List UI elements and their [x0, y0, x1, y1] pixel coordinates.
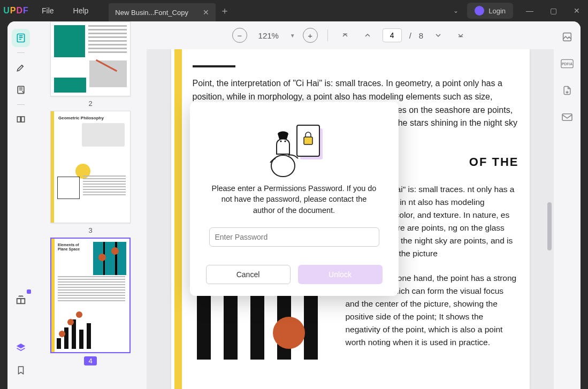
- scrollbar-handle[interactable]: [547, 202, 552, 250]
- svg-rect-5: [563, 33, 571, 41]
- menu-help[interactable]: Help: [64, 6, 98, 15]
- svg-point-14: [284, 140, 286, 142]
- thumbnail-image: Geometric Philosophy: [50, 111, 131, 223]
- tab-add-button[interactable]: ＋: [216, 0, 234, 21]
- app-logo: UPDF: [0, 6, 32, 16]
- dialog-illustration: [201, 118, 388, 178]
- login-button[interactable]: Login: [467, 3, 513, 19]
- tool-gift-icon[interactable]: [12, 291, 30, 309]
- view-toolbar: − 121% ▼ + / 8: [147, 21, 554, 49]
- next-page-button[interactable]: [431, 28, 446, 43]
- thumbnail-number: 4: [84, 356, 96, 365]
- last-page-button[interactable]: [453, 28, 468, 43]
- zoom-out-button[interactable]: −: [232, 28, 247, 43]
- thumbnail-number: 3: [88, 226, 92, 234]
- export-file-icon[interactable]: [559, 82, 575, 98]
- pdfa-icon[interactable]: PDF/A: [559, 56, 575, 72]
- thumbnail-panel[interactable]: 2 Geometric Philosophy 3 Elements of Pla…: [34, 21, 147, 389]
- svg-rect-3: [21, 117, 25, 122]
- svg-rect-8: [562, 114, 572, 121]
- thumbnail-number: 2: [88, 100, 92, 108]
- password-input[interactable]: [209, 227, 379, 247]
- thumbnail-image: Elements of Plane Space: [50, 238, 131, 353]
- dialog-buttons: Cancel Unlock: [201, 265, 388, 284]
- vertical-scrollbar[interactable]: [546, 49, 553, 389]
- tool-reader-icon[interactable]: [12, 29, 30, 47]
- prev-page-button[interactable]: [360, 28, 375, 43]
- tab-document[interactable]: New Busin...Font_Copy ✕: [109, 3, 216, 21]
- window-minimize-button[interactable]: —: [518, 0, 541, 21]
- zoom-in-button[interactable]: +: [303, 28, 318, 43]
- tool-form-icon[interactable]: [12, 81, 30, 99]
- avatar-icon: [475, 6, 484, 16]
- accent-rule: [193, 65, 235, 67]
- tab-close-icon[interactable]: ✕: [203, 8, 209, 17]
- rail-separator: [17, 52, 25, 53]
- toolbar-separator: [327, 29, 328, 41]
- window-maximize-button[interactable]: ▢: [542, 0, 564, 21]
- workspace: 2 Geometric Philosophy 3 Elements of Pla…: [7, 21, 581, 389]
- tabs-overflow-icon[interactable]: ⌄: [446, 7, 466, 14]
- right-tool-rail: PDF/A: [554, 21, 581, 389]
- tool-pages-icon[interactable]: [12, 110, 30, 128]
- page-separator: /: [409, 31, 411, 40]
- svg-rect-11: [304, 137, 312, 144]
- mail-icon[interactable]: [559, 109, 575, 125]
- titlebar-right: ⌄ Login — ▢ ✕: [446, 0, 588, 21]
- password-dialog: Please enter a Permissions Password. If …: [190, 102, 399, 296]
- tool-layers-icon[interactable]: [12, 339, 30, 357]
- titlebar: UPDF File Help New Busin...Font_Copy ✕ ＋…: [0, 0, 588, 21]
- page-total: 8: [419, 31, 423, 40]
- unlock-button[interactable]: Unlock: [298, 265, 383, 284]
- zoom-value[interactable]: 121%: [255, 31, 282, 40]
- cancel-button[interactable]: Cancel: [206, 265, 291, 284]
- page-number-input[interactable]: [383, 28, 402, 42]
- left-tool-rail: [7, 21, 34, 389]
- tabs: New Busin...Font_Copy ✕ ＋: [109, 0, 234, 21]
- rail-separator: [17, 104, 25, 105]
- export-image-icon[interactable]: [559, 29, 575, 45]
- thumbnail-page-3[interactable]: Geometric Philosophy 3: [40, 111, 141, 234]
- tab-title: New Busin...Font_Copy: [115, 9, 198, 17]
- first-page-button[interactable]: [338, 28, 353, 43]
- tool-highlighter-icon[interactable]: [12, 58, 30, 77]
- login-label: Login: [488, 7, 506, 15]
- svg-point-13: [280, 140, 281, 142]
- thumbnail-page-2[interactable]: 2: [40, 21, 141, 108]
- dialog-message: Please enter a Permissions Password. If …: [201, 183, 388, 216]
- svg-text:PDF/A: PDF/A: [562, 62, 573, 66]
- thumbnail-image: [50, 21, 131, 96]
- zoom-dropdown-icon[interactable]: ▼: [290, 33, 295, 39]
- thumbnail-page-4[interactable]: Elements of Plane Space 4: [40, 238, 141, 365]
- window-close-button[interactable]: ✕: [566, 0, 588, 21]
- svg-rect-2: [17, 117, 20, 122]
- tool-bookmark-icon[interactable]: [12, 361, 30, 379]
- menu-file[interactable]: File: [32, 6, 64, 15]
